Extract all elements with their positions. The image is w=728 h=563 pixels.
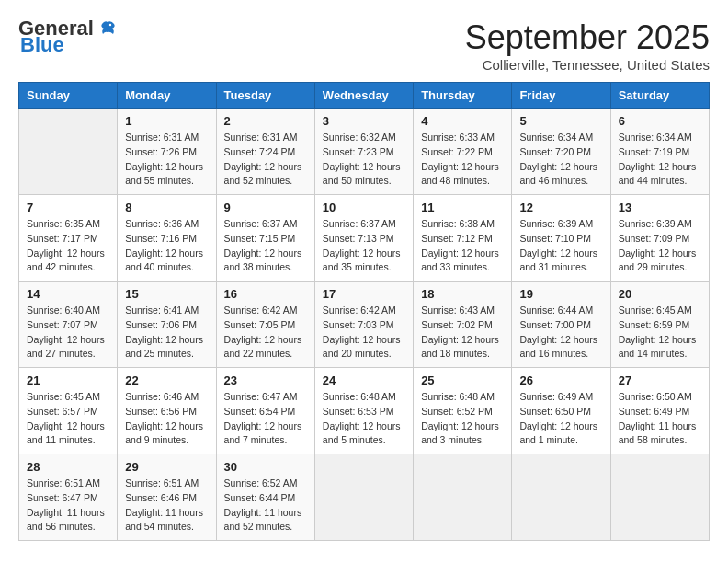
day-number: 20 (619, 287, 701, 301)
calendar-cell: 18Sunrise: 6:43 AM Sunset: 7:02 PM Dayli… (414, 282, 512, 368)
calendar-cell: 8Sunrise: 6:36 AM Sunset: 7:16 PM Daylig… (118, 195, 216, 282)
day-number: 30 (224, 460, 307, 474)
day-info: Sunrise: 6:39 AM Sunset: 7:09 PM Dayligh… (619, 217, 701, 275)
weekday-header-wednesday: Wednesday (314, 83, 413, 109)
weekday-header-friday: Friday (512, 83, 610, 109)
day-number: 24 (323, 373, 405, 387)
day-info: Sunrise: 6:48 AM Sunset: 6:52 PM Dayligh… (421, 390, 504, 448)
calendar-cell (19, 109, 118, 195)
day-info: Sunrise: 6:52 AM Sunset: 6:44 PM Dayligh… (224, 477, 307, 534)
calendar-cell: 21Sunrise: 6:45 AM Sunset: 6:57 PM Dayli… (19, 368, 118, 454)
calendar-cell: 14Sunrise: 6:40 AM Sunset: 7:07 PM Dayli… (19, 282, 118, 368)
location-text: Collierville, Tennessee, United States (465, 57, 710, 73)
weekday-header-tuesday: Tuesday (216, 83, 314, 109)
day-info: Sunrise: 6:42 AM Sunset: 7:05 PM Dayligh… (224, 304, 307, 362)
calendar-cell: 17Sunrise: 6:42 AM Sunset: 7:03 PM Dayli… (314, 282, 413, 368)
day-info: Sunrise: 6:34 AM Sunset: 7:19 PM Dayligh… (619, 131, 701, 189)
day-info: Sunrise: 6:45 AM Sunset: 6:57 PM Dayligh… (27, 390, 109, 448)
calendar-week-row: 1Sunrise: 6:31 AM Sunset: 7:26 PM Daylig… (19, 109, 710, 195)
day-number: 21 (27, 373, 109, 387)
calendar-cell: 15Sunrise: 6:41 AM Sunset: 7:06 PM Dayli… (118, 282, 216, 368)
day-number: 25 (421, 373, 504, 387)
calendar-week-row: 28Sunrise: 6:51 AM Sunset: 6:47 PM Dayli… (19, 454, 710, 541)
day-number: 11 (421, 201, 504, 214)
calendar-cell: 29Sunrise: 6:51 AM Sunset: 6:46 PM Dayli… (118, 454, 216, 541)
calendar-cell: 2Sunrise: 6:31 AM Sunset: 7:24 PM Daylig… (216, 109, 314, 195)
calendar-cell: 5Sunrise: 6:34 AM Sunset: 7:20 PM Daylig… (512, 109, 610, 195)
day-info: Sunrise: 6:51 AM Sunset: 6:47 PM Dayligh… (27, 477, 109, 534)
logo-bird-icon (97, 18, 118, 39)
day-info: Sunrise: 6:47 AM Sunset: 6:54 PM Dayligh… (224, 390, 307, 448)
day-info: Sunrise: 6:50 AM Sunset: 6:49 PM Dayligh… (619, 390, 701, 448)
weekday-header-saturday: Saturday (610, 83, 709, 109)
day-info: Sunrise: 6:37 AM Sunset: 7:15 PM Dayligh… (224, 217, 307, 275)
day-number: 28 (27, 460, 109, 474)
calendar-cell: 3Sunrise: 6:32 AM Sunset: 7:23 PM Daylig… (314, 109, 413, 195)
calendar-cell: 26Sunrise: 6:49 AM Sunset: 6:50 PM Dayli… (512, 368, 610, 454)
calendar-cell: 27Sunrise: 6:50 AM Sunset: 6:49 PM Dayli… (610, 368, 709, 454)
day-number: 3 (323, 114, 405, 128)
day-number: 19 (519, 287, 602, 301)
weekday-header-row: SundayMondayTuesdayWednesdayThursdayFrid… (19, 83, 710, 109)
day-number: 5 (519, 114, 602, 128)
day-number: 1 (125, 114, 208, 128)
day-info: Sunrise: 6:33 AM Sunset: 7:22 PM Dayligh… (421, 131, 504, 189)
day-number: 26 (519, 373, 602, 387)
page-header: General Blue September 2025 Collierville… (18, 18, 710, 73)
day-info: Sunrise: 6:41 AM Sunset: 7:06 PM Dayligh… (125, 304, 208, 362)
calendar-cell: 6Sunrise: 6:34 AM Sunset: 7:19 PM Daylig… (610, 109, 709, 195)
day-info: Sunrise: 6:42 AM Sunset: 7:03 PM Dayligh… (323, 304, 405, 362)
day-number: 23 (224, 373, 307, 387)
day-number: 18 (421, 287, 504, 301)
day-info: Sunrise: 6:51 AM Sunset: 6:46 PM Dayligh… (125, 477, 208, 534)
day-info: Sunrise: 6:34 AM Sunset: 7:20 PM Dayligh… (519, 131, 602, 189)
calendar-cell: 23Sunrise: 6:47 AM Sunset: 6:54 PM Dayli… (216, 368, 314, 454)
calendar-cell (414, 454, 512, 541)
calendar-week-row: 14Sunrise: 6:40 AM Sunset: 7:07 PM Dayli… (19, 282, 710, 368)
calendar-cell: 1Sunrise: 6:31 AM Sunset: 7:26 PM Daylig… (118, 109, 216, 195)
calendar-cell: 22Sunrise: 6:46 AM Sunset: 6:56 PM Dayli… (118, 368, 216, 454)
calendar-cell: 10Sunrise: 6:37 AM Sunset: 7:13 PM Dayli… (314, 195, 413, 282)
day-info: Sunrise: 6:31 AM Sunset: 7:26 PM Dayligh… (125, 131, 208, 189)
calendar-week-row: 7Sunrise: 6:35 AM Sunset: 7:17 PM Daylig… (19, 195, 710, 282)
day-info: Sunrise: 6:49 AM Sunset: 6:50 PM Dayligh… (519, 390, 602, 448)
calendar-cell: 30Sunrise: 6:52 AM Sunset: 6:44 PM Dayli… (216, 454, 314, 541)
calendar-cell (512, 454, 610, 541)
logo: General Blue (18, 18, 118, 55)
calendar-cell (610, 454, 709, 541)
day-number: 27 (619, 373, 701, 387)
day-info: Sunrise: 6:35 AM Sunset: 7:17 PM Dayligh… (27, 217, 109, 275)
day-number: 10 (323, 201, 405, 214)
calendar-cell: 4Sunrise: 6:33 AM Sunset: 7:22 PM Daylig… (414, 109, 512, 195)
day-number: 13 (619, 201, 701, 214)
calendar-cell: 13Sunrise: 6:39 AM Sunset: 7:09 PM Dayli… (610, 195, 709, 282)
day-number: 9 (224, 201, 307, 214)
day-number: 12 (519, 201, 602, 214)
day-number: 4 (421, 114, 504, 128)
day-info: Sunrise: 6:38 AM Sunset: 7:12 PM Dayligh… (421, 217, 504, 275)
calendar-table: SundayMondayTuesdayWednesdayThursdayFrid… (18, 82, 710, 541)
day-info: Sunrise: 6:31 AM Sunset: 7:24 PM Dayligh… (224, 131, 307, 189)
day-number: 22 (125, 373, 208, 387)
logo-blue-text: Blue (20, 35, 64, 55)
day-info: Sunrise: 6:36 AM Sunset: 7:16 PM Dayligh… (125, 217, 208, 275)
calendar-cell (314, 454, 413, 541)
day-number: 14 (27, 287, 109, 301)
calendar-cell: 7Sunrise: 6:35 AM Sunset: 7:17 PM Daylig… (19, 195, 118, 282)
calendar-cell: 12Sunrise: 6:39 AM Sunset: 7:10 PM Dayli… (512, 195, 610, 282)
day-number: 17 (323, 287, 405, 301)
day-number: 7 (27, 201, 109, 214)
calendar-cell: 28Sunrise: 6:51 AM Sunset: 6:47 PM Dayli… (19, 454, 118, 541)
day-number: 8 (125, 201, 208, 214)
weekday-header-sunday: Sunday (19, 83, 118, 109)
day-number: 2 (224, 114, 307, 128)
day-info: Sunrise: 6:39 AM Sunset: 7:10 PM Dayligh… (519, 217, 602, 275)
weekday-header-thursday: Thursday (414, 83, 512, 109)
day-info: Sunrise: 6:43 AM Sunset: 7:02 PM Dayligh… (421, 304, 504, 362)
svg-point-0 (109, 24, 111, 26)
calendar-cell: 20Sunrise: 6:45 AM Sunset: 6:59 PM Dayli… (610, 282, 709, 368)
day-number: 15 (125, 287, 208, 301)
calendar-cell: 16Sunrise: 6:42 AM Sunset: 7:05 PM Dayli… (216, 282, 314, 368)
calendar-cell: 25Sunrise: 6:48 AM Sunset: 6:52 PM Dayli… (414, 368, 512, 454)
calendar-cell: 11Sunrise: 6:38 AM Sunset: 7:12 PM Dayli… (414, 195, 512, 282)
